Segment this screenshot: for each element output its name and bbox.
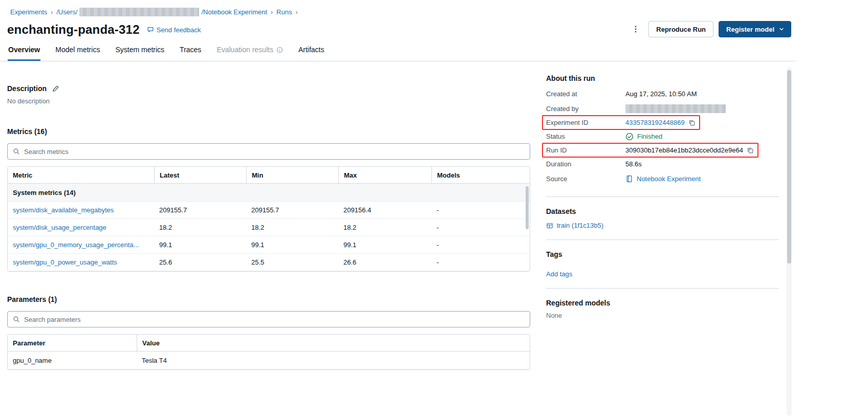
metrics-table-scrollbar[interactable] (526, 186, 529, 229)
breadcrumb-runs[interactable]: Runs (276, 8, 292, 16)
page-title: enchanting-panda-312 (7, 23, 140, 37)
parameters-search-box (7, 311, 530, 327)
duration-value: 58.6s (625, 160, 642, 168)
metric-max: 99.1 (338, 241, 431, 249)
main-content: Description No description Metrics (16) (0, 61, 868, 370)
breadcrumb-experiment-name: /Notebook Experiment (201, 8, 267, 16)
copy-experiment-id-icon[interactable] (688, 119, 696, 126)
metric-link[interactable]: system/disk_usage_percentage (13, 224, 106, 231)
breadcrumb-separator: › (271, 9, 273, 16)
metric-row: system/gpu_0_memory_usage_percenta... 99… (8, 236, 530, 254)
parameter-value: Tesla T4 (137, 357, 530, 364)
metric-models: - (431, 206, 530, 214)
metric-min: 209155.7 (246, 206, 338, 214)
parameters-search-input[interactable] (24, 316, 525, 323)
metric-latest: 18.2 (154, 224, 246, 231)
metric-row: system/disk_usage_percentage 18.2 18.2 1… (8, 219, 530, 236)
metric-models: - (431, 224, 530, 231)
send-feedback-link[interactable]: Send feedback (147, 26, 201, 34)
parameters-section: Parameters (1) Parameter Value gpu_0_nam… (7, 295, 530, 370)
page-scrollbar-track[interactable] (787, 67, 792, 416)
column-header-min[interactable]: Min (246, 167, 338, 183)
tab-traces[interactable]: Traces (179, 46, 202, 61)
dataset-train-link[interactable]: train (1f1c13b5) (557, 222, 603, 229)
parameter-row: gpu_0_name Tesla T4 (8, 352, 530, 369)
chevron-down-icon (778, 26, 785, 32)
breadcrumb: Experiments › /Users/ /Notebook Experime… (0, 0, 868, 16)
copy-run-id-icon[interactable] (747, 147, 754, 154)
sidebar-divider (546, 196, 779, 197)
metrics-group-header: System metrics (14) (8, 184, 530, 202)
tab-artifacts[interactable]: Artifacts (298, 46, 325, 61)
metrics-search-box (7, 143, 530, 160)
search-icon (13, 316, 20, 323)
info-icon (276, 47, 283, 53)
experiment-id-row: Experiment ID 4335783192448869 (542, 115, 700, 130)
column-header-models[interactable]: Models (431, 167, 530, 183)
column-header-latest[interactable]: Latest (154, 167, 246, 183)
status-badge: Finished (637, 133, 662, 140)
tab-model-metrics[interactable]: Model metrics (55, 46, 100, 61)
source-row: Source Notebook Experiment (546, 171, 779, 186)
metrics-section: Metrics (16) Metric Latest Min Max Model… (7, 127, 530, 272)
tab-overview[interactable]: Overview (8, 46, 40, 61)
redacted-creator-block (625, 104, 726, 113)
source-label: Source (546, 175, 625, 183)
register-model-label: Register model (726, 26, 774, 33)
source-link[interactable]: Notebook Experiment (637, 175, 701, 183)
metrics-search-input[interactable] (24, 148, 525, 156)
status-finished-icon (625, 133, 634, 141)
metrics-section-title: Metrics (16) (7, 127, 530, 136)
breadcrumb-experiments[interactable]: Experiments (10, 8, 47, 16)
dataset-item: train (1f1c13b5) (546, 222, 779, 229)
overview-panel: Description No description Metrics (16) (7, 84, 530, 370)
metric-models: - (431, 258, 530, 266)
tags-title: Tags (546, 250, 779, 258)
tab-evaluation-results-label: Evaluation results (216, 46, 273, 54)
metric-link[interactable]: system/disk_available_megabytes (13, 206, 114, 214)
registered-models-title: Registered models (546, 299, 779, 307)
parameters-section-title: Parameters (1) (7, 295, 530, 303)
metric-min: 18.2 (246, 224, 338, 231)
metric-max: 209156.4 (338, 206, 431, 214)
breadcrumb-separator: › (295, 9, 297, 16)
overflow-menu-button[interactable] (628, 21, 643, 37)
page-scrollbar-thumb[interactable] (787, 70, 791, 264)
created-at-row: Created at Aug 17, 2025, 10:50 AM (546, 86, 779, 101)
metric-row: system/gpu_0_power_usage_watts 25.6 25.5… (8, 254, 530, 271)
sidebar-divider (546, 288, 779, 289)
description-section-title: Description (7, 84, 530, 93)
experiment-id-link[interactable]: 4335783192448869 (625, 119, 685, 126)
registered-models-none: None (546, 312, 779, 319)
metric-row: system/disk_available_megabytes 209155.7… (8, 202, 530, 219)
run-details-sidebar: About this run Created at Aug 17, 2025, … (546, 74, 779, 319)
metrics-table-header: Metric Latest Min Max Models (8, 167, 530, 184)
add-tags-link[interactable]: Add tags (546, 270, 572, 278)
column-header-max[interactable]: Max (338, 167, 431, 183)
column-header-value[interactable]: Value (137, 335, 530, 351)
tab-system-metrics[interactable]: System metrics (115, 46, 165, 61)
run-id-row: Run ID 309030b17eb84e1bb23dcce0dd2e9e64 (542, 143, 758, 158)
notebook-icon (625, 175, 633, 183)
register-model-button[interactable]: Register model (719, 21, 791, 37)
about-this-run-title: About this run (546, 74, 779, 82)
parameters-table: Parameter Value gpu_0_name Tesla T4 (7, 334, 530, 370)
breadcrumb-users-prefix: /Users/ (56, 8, 77, 16)
datasets-title: Datasets (546, 207, 779, 215)
metric-link[interactable]: system/gpu_0_memory_usage_percenta... (13, 241, 139, 249)
sidebar-divider (546, 239, 779, 240)
column-header-metric[interactable]: Metric (8, 167, 154, 183)
edit-description-button[interactable] (52, 85, 59, 93)
feedback-bubble-icon (147, 26, 154, 33)
send-feedback-label: Send feedback (157, 26, 201, 34)
dataset-table-icon (546, 222, 553, 229)
description-empty-text: No description (7, 97, 530, 105)
metric-latest: 209155.7 (154, 206, 246, 214)
column-header-parameter[interactable]: Parameter (8, 335, 137, 351)
status-row: Status Finished (546, 129, 779, 144)
tab-evaluation-results: Evaluation results (216, 46, 284, 61)
created-by-label: Created by (546, 105, 625, 113)
metric-link[interactable]: system/gpu_0_power_usage_watts (13, 258, 117, 266)
breadcrumb-experiment-path[interactable]: /Users/ /Notebook Experiment (56, 8, 267, 16)
reproduce-run-button[interactable]: Reproduce Run (648, 21, 713, 37)
